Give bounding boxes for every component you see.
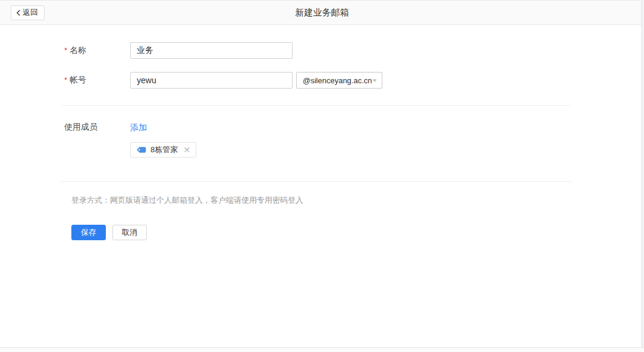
- account-label-cell: *帐号: [64, 75, 130, 86]
- form-area: *名称 *帐号 @silenceyang.ac.cn ▼ 使用成员 添加: [0, 25, 644, 240]
- dropdown-arrow-icon: ▼: [371, 78, 378, 83]
- section-divider: [61, 105, 571, 106]
- name-input[interactable]: [130, 42, 293, 59]
- chevron-left-icon: [16, 10, 21, 16]
- remove-member-icon[interactable]: ✕: [183, 146, 190, 154]
- members-row: 使用成员 添加 8栋管家 ✕: [0, 122, 644, 158]
- cancel-button[interactable]: 取消: [112, 225, 147, 240]
- members-column: 添加 8栋管家 ✕: [130, 122, 196, 158]
- account-label: 帐号: [70, 75, 86, 84]
- members-label-cell: 使用成员: [64, 122, 130, 133]
- member-tag-label: 8栋管家: [150, 144, 178, 155]
- name-label-cell: *名称: [64, 45, 130, 56]
- section-divider: [61, 181, 571, 182]
- login-method-hint: 登录方式：网页版请通过个人邮箱登入，客户端请使用专用密码登入: [71, 195, 644, 206]
- back-button[interactable]: 返回: [11, 5, 45, 20]
- name-row: *名称: [0, 42, 644, 59]
- member-tag-list: 8栋管家 ✕: [130, 142, 196, 158]
- domain-select[interactable]: @silenceyang.ac.cn ▼: [296, 72, 382, 89]
- account-row: *帐号 @silenceyang.ac.cn ▼: [0, 72, 644, 89]
- member-tag: 8栋管家 ✕: [130, 142, 196, 158]
- name-label: 名称: [70, 45, 86, 55]
- action-buttons: 保存 取消: [71, 225, 644, 240]
- tag-icon: [136, 146, 146, 153]
- members-label: 使用成员: [64, 122, 98, 131]
- page-title: 新建业务邮箱: [0, 7, 644, 18]
- create-business-mailbox-page: 返回 新建业务邮箱 *名称 *帐号 @silenceyang.ac.cn ▼: [0, 0, 644, 352]
- window-bottom-edge: [0, 347, 644, 352]
- required-asterisk: *: [64, 46, 67, 55]
- add-member-link[interactable]: 添加: [130, 122, 147, 133]
- account-input[interactable]: [130, 72, 293, 89]
- save-button[interactable]: 保存: [71, 225, 106, 240]
- domain-select-value: @silenceyang.ac.cn: [303, 76, 372, 85]
- back-button-label: 返回: [23, 7, 38, 18]
- scrollbar-track[interactable]: [641, 0, 644, 352]
- required-asterisk: *: [64, 76, 67, 84]
- header-bar: 返回 新建业务邮箱: [0, 0, 644, 25]
